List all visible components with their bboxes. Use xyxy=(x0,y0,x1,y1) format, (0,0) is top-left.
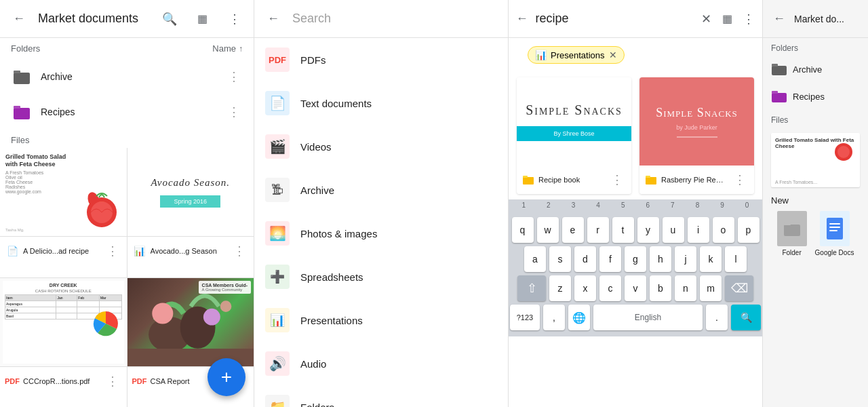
panel4-back-button[interactable]: ← xyxy=(768,8,790,30)
new-folder-item[interactable]: Folder xyxy=(777,211,807,256)
kb-key-q[interactable]: q xyxy=(512,217,534,243)
kb-key-m[interactable]: m xyxy=(700,275,722,301)
results-search-input[interactable] xyxy=(536,12,693,26)
kb-key-g[interactable]: g xyxy=(625,246,646,272)
results-search-header: ← ✕ ▦ ⋮ xyxy=(509,0,762,38)
kb-key-j[interactable]: j xyxy=(675,246,696,272)
kb-key-h[interactable]: h xyxy=(650,246,671,272)
folder-more-button-2[interactable]: ⋮ xyxy=(225,102,243,122)
clear-search-button[interactable]: ✕ xyxy=(698,5,715,33)
kb-key-t[interactable]: t xyxy=(612,217,634,243)
results-more-button[interactable]: ⋮ xyxy=(741,5,757,33)
file-type-name-audio: Audio xyxy=(300,358,326,370)
panel4-header: ← Market do... xyxy=(763,0,868,38)
kb-key-c[interactable]: c xyxy=(599,275,621,301)
folder-more-button[interactable]: ⋮ xyxy=(225,66,243,87)
panel4-recipes-icon xyxy=(771,88,787,104)
kb-shift-button[interactable]: ⇧ xyxy=(517,275,546,301)
back-button[interactable]: ← xyxy=(5,5,33,33)
kb-key-f[interactable]: f xyxy=(599,246,621,272)
result-thumb-2: Simple Snacks by Jude Parker xyxy=(639,77,754,166)
search-back-button[interactable]: ← xyxy=(260,5,287,33)
kb-key-u[interactable]: u xyxy=(663,217,684,243)
kb-key-l[interactable]: l xyxy=(725,246,747,272)
file-type-pdfs[interactable]: PDF PDFs xyxy=(254,38,508,81)
kb-period[interactable]: . xyxy=(706,305,728,330)
file-type-folders[interactable]: 📁 Folders xyxy=(254,385,508,407)
kb-key-y[interactable]: y xyxy=(637,217,659,243)
kb-key-a[interactable]: a xyxy=(524,246,546,272)
svg-point-12 xyxy=(203,308,220,325)
results-back-button[interactable]: ← xyxy=(514,5,530,33)
file-card-spreadsheet[interactable]: DRY CREEK CASH ROTATION SCHEDULE ItemJan… xyxy=(0,278,127,408)
file-type-textdocs[interactable]: 📄 Text documents xyxy=(254,81,508,125)
kb-key-n[interactable]: n xyxy=(675,275,696,301)
svg-rect-28 xyxy=(829,227,840,228)
file-type-audio[interactable]: 🔊 Audio xyxy=(254,342,508,385)
file-type-archive[interactable]: 🗜 Archive xyxy=(254,168,508,212)
kb-num-1: 1 xyxy=(513,201,534,209)
file-thumb-spreadsheet: DRY CREEK CASH ROTATION SCHEDULE ItemJan… xyxy=(0,278,127,366)
result-more-1[interactable]: ⋮ xyxy=(608,170,626,190)
kb-comma[interactable]: , xyxy=(543,305,565,330)
folders-label: Folders xyxy=(11,43,40,54)
result-card-recipe-book[interactable]: Simple Snacks By Shree Bose Recipe book … xyxy=(517,77,631,194)
files-section-header: Files xyxy=(0,130,254,148)
kb-key-b[interactable]: b xyxy=(650,275,671,301)
kb-key-w[interactable]: w xyxy=(537,217,559,243)
pdf-icon-2: PDF xyxy=(133,374,146,388)
kb-delete-button[interactable]: ⌫ xyxy=(725,275,753,301)
kb-globe-button[interactable]: 🌐 xyxy=(568,305,590,330)
kb-key-v[interactable]: v xyxy=(625,275,646,301)
folder-item-archive[interactable]: Archive ⋮ xyxy=(0,59,254,94)
kb-key-k[interactable]: k xyxy=(700,246,722,272)
kb-num-4: 4 xyxy=(587,201,609,209)
panel4-grilled-card[interactable]: Grilled Tomato Salad with Feta Cheese A … xyxy=(771,133,860,187)
file-more-button[interactable]: ⋮ xyxy=(104,241,121,261)
result-more-2[interactable]: ⋮ xyxy=(731,170,749,190)
kb-key-p[interactable]: p xyxy=(738,217,760,243)
kb-key-i[interactable]: i xyxy=(688,217,709,243)
panel4-folder-archive[interactable]: Archive xyxy=(763,56,868,83)
file-more-button-2[interactable]: ⋮ xyxy=(231,241,248,261)
fab-add-button[interactable]: + xyxy=(208,358,245,396)
kb-key-e[interactable]: e xyxy=(562,217,584,243)
kb-num-7: 7 xyxy=(662,201,684,209)
file-card-avocado[interactable]: Avocado Season. Spring 2016 📊 Avocado...… xyxy=(127,148,254,277)
grid-view-button[interactable]: ▦ xyxy=(189,5,216,33)
search-input[interactable] xyxy=(292,12,502,26)
svg-rect-15 xyxy=(523,176,528,178)
kb-num-switch[interactable]: ?123 xyxy=(510,305,540,330)
more-icon: ⋮ xyxy=(229,12,241,26)
kb-key-r[interactable]: r xyxy=(587,217,609,243)
search-button[interactable]: 🔍 xyxy=(156,5,183,33)
file-card-grilled[interactable]: Grilled Tomato Saladwith Feta Cheese A F… xyxy=(0,148,127,277)
kb-search-button[interactable]: 🔍 xyxy=(731,305,761,330)
new-gdocs-item[interactable]: Google Docs xyxy=(815,211,854,256)
panel4-folder-name-archive: Archive xyxy=(793,64,822,75)
kb-key-x[interactable]: x xyxy=(574,275,596,301)
kb-key-s[interactable]: s xyxy=(549,246,571,272)
result-card-rasberry[interactable]: Simple Snacks by Jude Parker Rasberry Pi… xyxy=(639,77,754,194)
kb-key-d[interactable]: d xyxy=(574,246,596,272)
back-icon-4: ← xyxy=(773,12,785,26)
kb-num-0: 0 xyxy=(736,201,758,209)
kb-key-o[interactable]: o xyxy=(713,217,734,243)
panel4-folder-recipes[interactable]: Recipes xyxy=(763,83,868,110)
file-type-presentations[interactable]: 📊 Presentations xyxy=(254,298,508,342)
kb-space[interactable]: English xyxy=(593,305,703,330)
file-type-videos[interactable]: 🎬 Videos xyxy=(254,125,508,168)
results-grid-button[interactable]: ▦ xyxy=(719,5,736,33)
doc-icon: 📄 xyxy=(5,244,19,258)
file-more-button-3[interactable]: ⋮ xyxy=(104,371,121,391)
file-type-photos[interactable]: 🌅 Photos & images xyxy=(254,212,508,255)
pdf-icon: PDF xyxy=(5,374,19,388)
kb-num-9: 9 xyxy=(711,201,733,209)
kb-key-z[interactable]: z xyxy=(549,275,571,301)
folder-item-recipes[interactable]: Recipes ⋮ xyxy=(0,94,254,130)
file-type-spreadsheets[interactable]: ➕ Spreadsheets xyxy=(254,255,508,298)
chip-close-icon[interactable]: ✕ xyxy=(609,50,617,60)
more-options-button[interactable]: ⋮ xyxy=(221,5,248,33)
photo-type-icon: 🌅 xyxy=(265,221,290,246)
presentations-filter-chip[interactable]: 📊 Presentations ✕ xyxy=(528,46,625,64)
